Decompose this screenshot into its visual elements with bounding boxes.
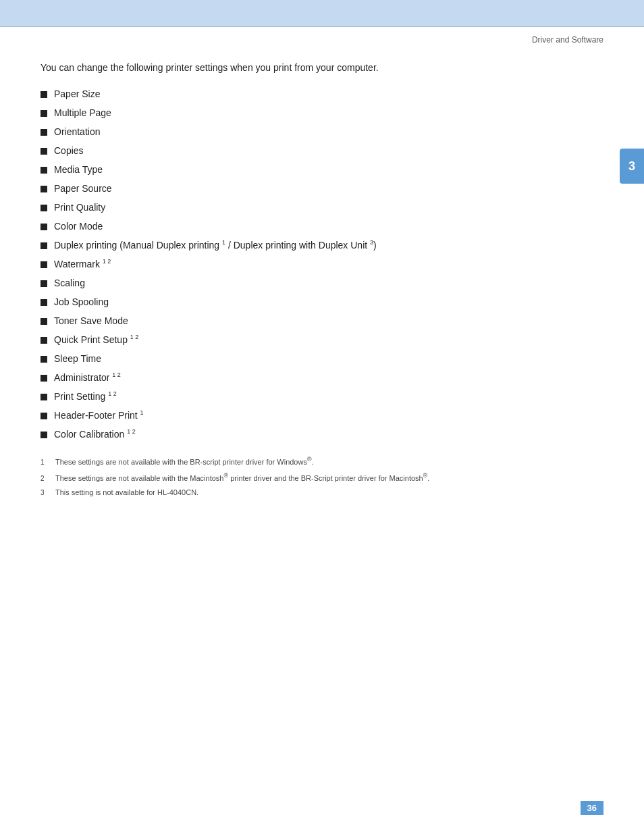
- page-number-section: 36: [581, 801, 603, 815]
- footnote-text: These settings are not available with th…: [55, 455, 314, 467]
- item-label: Print Quality: [54, 201, 105, 215]
- footnote-number: 3: [41, 488, 50, 498]
- list-item: Orientation: [41, 125, 597, 139]
- bullet-icon: [41, 356, 47, 363]
- list-item: Copies: [41, 144, 597, 158]
- bullet-icon: [41, 280, 47, 287]
- item-label: Paper Source: [54, 182, 112, 196]
- bullet-icon: [41, 432, 47, 438]
- footnote-text: This setting is not available for HL-404…: [55, 488, 198, 498]
- item-label: Administrator 1 2: [54, 371, 121, 385]
- bullet-icon: [41, 110, 47, 117]
- section-header: Driver and Software: [532, 35, 603, 45]
- footnote-2: 2 These settings are not available with …: [41, 471, 597, 484]
- bullet-icon: [41, 205, 47, 211]
- list-item: Print Setting 1 2: [41, 390, 597, 404]
- bullet-icon: [41, 167, 47, 174]
- list-item: Quick Print Setup 1 2: [41, 333, 597, 347]
- item-label: Duplex printing (Manual Duplex printing …: [54, 238, 377, 253]
- bullet-icon: [41, 129, 47, 136]
- list-item: Paper Source: [41, 182, 597, 196]
- intro-paragraph: You can change the following printer set…: [41, 61, 597, 75]
- bullet-icon: [41, 413, 47, 419]
- list-item: Sleep Time: [41, 352, 597, 366]
- bullet-icon: [41, 242, 47, 249]
- footnote-number: 2: [41, 474, 50, 484]
- item-label: Copies: [54, 144, 84, 158]
- item-label: Sleep Time: [54, 352, 101, 366]
- item-label: Watermark 1 2: [54, 257, 111, 271]
- bullet-icon: [41, 375, 47, 382]
- bullet-icon: [41, 186, 47, 192]
- item-label: Color Calibration 1 2: [54, 427, 136, 442]
- list-item: Header-Footer Print 1: [41, 409, 597, 423]
- list-item: Media Type: [41, 163, 597, 177]
- settings-list: Paper Size Multiple Page Orientation Cop…: [41, 87, 597, 442]
- footnote-number: 1: [41, 458, 50, 467]
- footnote-1: 1 These settings are not available with …: [41, 455, 597, 467]
- section-title: Driver and Software: [532, 35, 603, 45]
- list-item: Print Quality: [41, 201, 597, 215]
- bullet-icon: [41, 91, 47, 98]
- page-number: 36: [581, 801, 603, 815]
- list-item: Scaling: [41, 276, 597, 290]
- list-item: Duplex printing (Manual Duplex printing …: [41, 238, 597, 253]
- item-label: Quick Print Setup 1 2: [54, 333, 138, 347]
- top-banner: [0, 0, 644, 27]
- list-item: Color Calibration 1 2: [41, 427, 597, 442]
- bullet-icon: [41, 318, 47, 325]
- chapter-tab: 3: [620, 149, 644, 184]
- list-item: Job Spooling: [41, 295, 597, 309]
- list-item: Multiple Page: [41, 106, 597, 120]
- item-label: Media Type: [54, 163, 103, 177]
- item-label: Paper Size: [54, 87, 100, 101]
- bullet-icon: [41, 261, 47, 268]
- item-label: Job Spooling: [54, 295, 109, 309]
- footnote-3: 3 This setting is not available for HL-4…: [41, 488, 597, 498]
- bullet-icon: [41, 299, 47, 306]
- bullet-icon: [41, 337, 47, 344]
- footnotes-section: 1 These settings are not available with …: [41, 455, 597, 498]
- item-label: Orientation: [54, 125, 100, 139]
- item-label: Toner Save Mode: [54, 314, 128, 328]
- content-area: You can change the following printer set…: [41, 61, 597, 502]
- item-label: Header-Footer Print 1: [54, 409, 144, 423]
- footnote-text: These settings are not available with th…: [55, 471, 429, 484]
- bullet-icon: [41, 394, 47, 400]
- list-item: Color Mode: [41, 219, 597, 234]
- item-label: Color Mode: [54, 219, 103, 234]
- item-label: Multiple Page: [54, 106, 111, 120]
- bullet-icon: [41, 148, 47, 155]
- chapter-number: 3: [628, 159, 635, 174]
- list-item: Watermark 1 2: [41, 257, 597, 271]
- item-label: Scaling: [54, 276, 85, 290]
- item-label: Print Setting 1 2: [54, 390, 117, 404]
- bullet-icon: [41, 224, 47, 230]
- list-item: Administrator 1 2: [41, 371, 597, 385]
- list-item: Paper Size: [41, 87, 597, 101]
- list-item: Toner Save Mode: [41, 314, 597, 328]
